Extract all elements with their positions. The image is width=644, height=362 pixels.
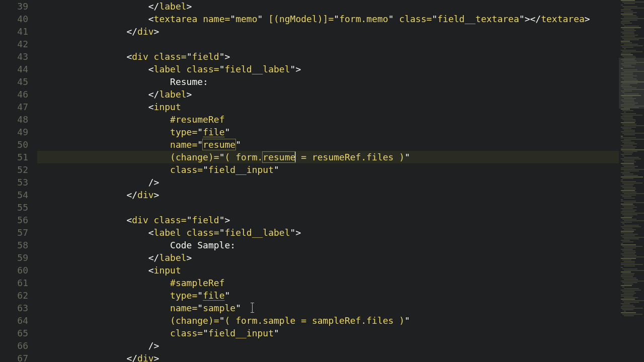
token: type: [170, 127, 192, 137]
code-line[interactable]: </div>: [37, 352, 619, 362]
code-line[interactable]: (change)="( form.resume = resumeRef.file…: [37, 151, 619, 163]
minimap-line: [622, 124, 636, 125]
minimap-line: [621, 148, 635, 149]
code-line[interactable]: </div>: [37, 189, 619, 201]
token: >: [187, 89, 192, 100]
line-number: 47: [0, 101, 28, 113]
code-line[interactable]: type="file": [37, 126, 619, 138]
code-line[interactable]: <label class="field__label">: [37, 226, 619, 239]
minimap-line: [624, 225, 639, 226]
line-number: 42: [0, 38, 28, 50]
token: ": [230, 14, 235, 24]
code-line[interactable]: [37, 201, 619, 214]
minimap-line: [622, 228, 632, 229]
minimap-line: [621, 169, 644, 170]
token: [39, 114, 170, 125]
token: name: [170, 139, 192, 150]
line-number-gutter: 3940414243444546474849505152535455565758…: [0, 0, 37, 362]
token: field: [192, 51, 219, 62]
token: ": [187, 215, 192, 225]
code-line[interactable]: <input: [37, 101, 619, 113]
code-line[interactable]: <label class="field__label">: [37, 63, 619, 75]
minimap-line: [621, 137, 636, 138]
code-line[interactable]: #sampleRef: [37, 277, 619, 289]
minimap-line: [622, 192, 636, 193]
minimap-line: [624, 198, 635, 199]
minimap-viewport[interactable]: [619, 58, 644, 109]
minimap-line: [622, 255, 636, 256]
code-line[interactable]: </label>: [37, 0, 619, 13]
minimap-line: [621, 41, 630, 42]
token: >: [585, 14, 590, 24]
token: ": [197, 139, 203, 150]
code-line[interactable]: <textarea name="memo" [(ngModel)]="form.…: [37, 13, 619, 25]
minimap-line: [624, 139, 644, 140]
token: =: [427, 14, 432, 24]
minimap-line: [621, 122, 635, 123]
minimap-line: [624, 17, 638, 18]
token: ": [203, 164, 208, 175]
token: (change): [170, 152, 214, 162]
minimap-line: [621, 243, 623, 244]
token: ": [519, 14, 525, 24]
minimap-line: [621, 54, 633, 55]
token: textarea: [541, 14, 585, 24]
code-line[interactable]: Code Sample:: [37, 239, 619, 251]
minimap-line: [621, 299, 635, 300]
minimap-line: [621, 232, 633, 233]
code-line[interactable]: [37, 38, 619, 50]
token: ": [334, 14, 339, 24]
code-line[interactable]: name="sample": [37, 302, 619, 314]
minimap-line: [622, 6, 637, 7]
minimap-line: [621, 303, 630, 304]
minimap[interactable]: [619, 0, 644, 362]
token: [39, 303, 170, 313]
code-line[interactable]: #resumeRef: [37, 113, 619, 126]
code-line[interactable]: </label>: [37, 88, 619, 101]
code-line[interactable]: class="field__input": [37, 327, 619, 339]
token: ": [235, 139, 241, 150]
minimap-line: [624, 302, 639, 303]
minimap-line: [622, 259, 631, 260]
token: ": [274, 164, 279, 175]
token: div: [137, 353, 154, 362]
minimap-line: [622, 246, 642, 247]
minimap-line: [624, 229, 636, 230]
token: #resumeRef: [170, 114, 224, 125]
minimap-line: [624, 121, 636, 122]
token: =: [197, 164, 203, 175]
code-line[interactable]: </label>: [37, 251, 619, 264]
code-area[interactable]: </label> <textarea name="memo" [(ngModel…: [37, 0, 619, 362]
code-editor[interactable]: 3940414243444546474849505152535455565758…: [0, 0, 619, 362]
token: label: [159, 1, 186, 12]
token: >: [154, 190, 159, 200]
minimap-line: [621, 167, 635, 168]
code-line[interactable]: <input: [37, 264, 619, 277]
token: name: [170, 303, 192, 313]
code-line[interactable]: </div>: [37, 25, 619, 38]
code-line[interactable]: <div class="field">: [37, 214, 619, 226]
code-line[interactable]: />: [37, 339, 619, 352]
minimap-line: [624, 3, 635, 4]
code-line[interactable]: />: [37, 176, 619, 189]
minimap-line: [621, 264, 643, 265]
minimap-line: [621, 145, 633, 146]
minimap-line: [621, 253, 635, 254]
minimap-line: [624, 193, 644, 194]
minimap-line: [622, 47, 633, 48]
minimap-line: [621, 240, 630, 241]
code-line[interactable]: Resume:: [37, 75, 619, 88]
line-number: 45: [0, 75, 28, 88]
minimap-line: [621, 32, 634, 33]
token: ": [219, 315, 225, 326]
code-line[interactable]: (change)="( form.sample = sampleRef.file…: [37, 314, 619, 327]
code-line[interactable]: <div class="field">: [37, 50, 619, 63]
code-line[interactable]: class="field__input": [37, 163, 619, 176]
token: =: [328, 14, 334, 24]
minimap-line: [621, 36, 635, 37]
minimap-line: [624, 48, 626, 49]
code-line[interactable]: name="resume": [37, 138, 619, 151]
code-line[interactable]: type="file": [37, 289, 619, 302]
token: [181, 227, 187, 238]
minimap-line: [622, 133, 644, 134]
